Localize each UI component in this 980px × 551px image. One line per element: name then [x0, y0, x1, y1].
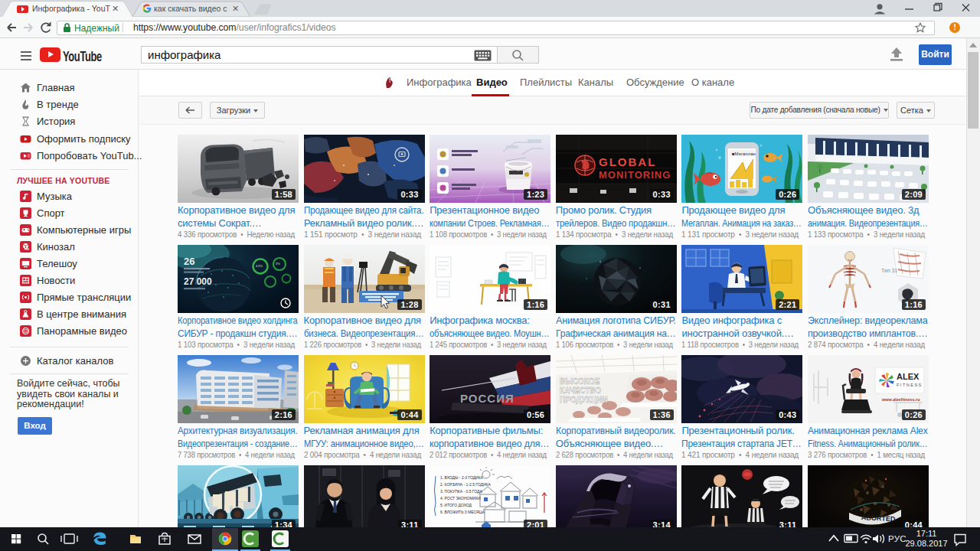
svg-text:Тип 31: Тип 31: [881, 268, 898, 273]
svg-text:26: 26: [184, 256, 194, 267]
svg-text:www.alexfitness.ru: www.alexfitness.ru: [881, 397, 920, 402]
svg-text:■Мегаплан: ■Мегаплан: [732, 152, 756, 156]
svg-text:6. ВЛОЖИТЬ 3 МЕСЯЦА: 6. ВЛОЖИТЬ 3 МЕСЯЦА: [440, 510, 485, 514]
svg-text:ALEX: ALEX: [897, 372, 920, 381]
svg-text:3. ПОКУПКА - 0.5 ГОДА: 3. ПОКУПКА - 0.5 ГОДА: [440, 489, 482, 494]
svg-text:РОССИЯ: РОССИЯ: [460, 392, 514, 405]
svg-text:2. КОРЗИНА - 1-2.5 ГОДИКА: 2. КОРЗИНА - 1-2.5 ГОДИКА: [440, 482, 491, 487]
svg-text:ПРОДУКЦИИ: ПРОДУКЦИИ: [560, 396, 608, 404]
svg-text:КАЧЕСТВО: КАЧЕСТВО: [560, 386, 601, 395]
svg-text:5. ИТОГО ДОХОД: 5. ИТОГО ДОХОД: [440, 503, 472, 507]
svg-text:ВЫСОКОЕ: ВЫСОКОЕ: [560, 377, 600, 386]
svg-text:MONITORING: MONITORING: [599, 169, 671, 181]
svg-text:4. РОСТ ЭКОНОМИКИ: 4. РОСТ ЭКОНОМИКИ: [440, 496, 481, 500]
svg-text:4,9%: 4,9%: [256, 264, 263, 268]
svg-text:3%: 3%: [276, 262, 280, 266]
svg-text:27 000: 27 000: [184, 276, 212, 287]
svg-text:GLOBAL: GLOBAL: [599, 155, 656, 168]
svg-text:FITNESS: FITNESS: [897, 383, 923, 387]
svg-text:1. ВХОДЫ - 2-3 ГОДИКА: 1. ВХОДЫ - 2-3 ГОДИКА: [440, 475, 484, 480]
